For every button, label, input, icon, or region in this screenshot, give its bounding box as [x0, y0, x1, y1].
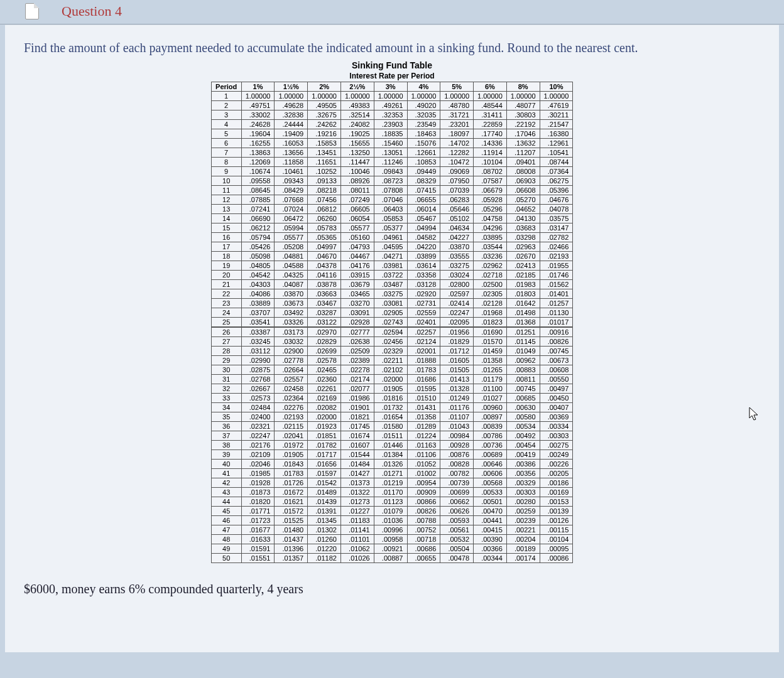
table-header-cell: 5% — [440, 82, 474, 92]
value-cell: 1.00000 — [340, 92, 374, 101]
value-cell: .01043 — [440, 422, 474, 431]
value-cell: .02414 — [440, 299, 474, 308]
value-cell: .01510 — [407, 394, 440, 403]
value-cell: .15460 — [374, 139, 407, 148]
value-cell: .15853 — [308, 139, 341, 148]
value-cell: .04116 — [308, 271, 341, 280]
value-cell: .04634 — [440, 223, 474, 233]
value-cell: .00169 — [540, 488, 573, 497]
value-cell: .04220 — [407, 242, 440, 252]
value-cell: .06275 — [540, 176, 573, 186]
value-cell: .06283 — [440, 195, 474, 205]
value-cell: .33002 — [241, 110, 275, 120]
value-cell: 1.00000 — [275, 92, 308, 101]
value-cell: .08429 — [275, 186, 308, 195]
value-cell: .12961 — [540, 139, 573, 148]
period-cell: 32 — [211, 384, 241, 394]
value-cell: .01257 — [540, 299, 573, 308]
value-cell: .03270 — [340, 299, 374, 308]
value-cell: .02077 — [340, 384, 374, 394]
value-cell: .03122 — [308, 318, 341, 328]
value-cell: .09843 — [374, 167, 407, 176]
table-header-cell: 8% — [506, 82, 540, 92]
value-cell: .05365 — [308, 233, 341, 242]
value-cell: .13632 — [506, 139, 540, 148]
value-cell: .05098 — [241, 252, 275, 261]
period-cell: 9 — [211, 167, 241, 176]
value-cell: .05296 — [474, 205, 507, 214]
value-cell: .01597 — [308, 469, 341, 478]
value-cell: .05928 — [474, 195, 507, 205]
value-cell: .08645 — [241, 186, 275, 195]
value-cell: .14336 — [474, 139, 507, 148]
value-cell: .04176 — [340, 261, 374, 271]
value-cell: .01570 — [474, 337, 507, 347]
value-cell: .03024 — [440, 271, 474, 280]
value-cell: .00275 — [540, 441, 573, 450]
value-cell: .03889 — [241, 299, 275, 308]
value-cell: .01002 — [407, 469, 440, 478]
value-cell: .01489 — [308, 488, 341, 497]
value-cell: .02509 — [340, 347, 374, 356]
value-cell: .01986 — [340, 394, 374, 403]
value-cell: .01036 — [374, 516, 407, 525]
value-cell: .00550 — [540, 375, 573, 384]
value-cell: .30211 — [540, 110, 573, 120]
period-cell: 28 — [211, 347, 241, 356]
value-cell: .01674 — [340, 431, 374, 441]
value-cell: .05646 — [440, 205, 474, 214]
problem-statement: $6000, money earns 6% compounded quarter… — [24, 582, 760, 596]
value-cell: .08702 — [474, 167, 507, 176]
table-row: 4.24628.24444.24262.24082.23903.23549.23… — [211, 120, 573, 129]
value-cell: .01511 — [374, 431, 407, 441]
period-cell: 29 — [211, 356, 241, 365]
value-cell: .04378 — [308, 261, 341, 271]
period-cell: 27 — [211, 337, 241, 347]
value-cell: .02321 — [241, 422, 275, 431]
value-cell: .04588 — [275, 261, 308, 271]
value-cell: .06812 — [308, 205, 341, 214]
value-cell: .05377 — [374, 223, 407, 233]
value-cell: 1.00000 — [407, 92, 440, 101]
period-cell: 40 — [211, 460, 241, 469]
value-cell: .02400 — [241, 412, 275, 422]
value-cell: .10541 — [540, 148, 573, 158]
table-row: 17.05426.05208.04997.04793.04595.04220.0… — [211, 242, 573, 252]
value-cell: .06403 — [374, 205, 407, 214]
table-row: 3.33002.32838.32675.32514.32353.32035.31… — [211, 110, 573, 120]
value-cell: .01265 — [474, 365, 507, 375]
value-cell: .03981 — [374, 261, 407, 271]
value-cell: .22859 — [474, 120, 507, 129]
value-cell: .04582 — [407, 233, 440, 242]
value-cell: .12282 — [440, 148, 474, 158]
value-cell: .49505 — [308, 101, 341, 110]
value-cell: .02082 — [308, 403, 341, 412]
value-cell: .01220 — [308, 544, 341, 554]
value-cell: .00958 — [374, 535, 407, 544]
value-cell: .49020 — [407, 101, 440, 110]
value-cell: .03467 — [308, 299, 341, 308]
value-cell: .01642 — [506, 299, 540, 308]
value-cell: .24082 — [340, 120, 374, 129]
value-cell: .03387 — [241, 327, 275, 337]
value-cell: 1.00000 — [506, 92, 540, 101]
value-cell: .01052 — [407, 460, 440, 469]
value-cell: .00921 — [374, 544, 407, 554]
value-cell: .19604 — [241, 129, 275, 139]
value-cell: .09558 — [241, 176, 275, 186]
period-cell: 5 — [211, 129, 241, 139]
value-cell: .02664 — [275, 365, 308, 375]
value-cell: .00960 — [474, 403, 507, 412]
value-cell: .02360 — [308, 375, 341, 384]
table-row: 20.04542.04325.04116.03915.03722.03358.0… — [211, 271, 573, 280]
value-cell: .01633 — [241, 535, 275, 544]
value-cell: .07587 — [474, 176, 507, 186]
value-cell: .01437 — [275, 535, 308, 544]
value-cell: .00390 — [474, 535, 507, 544]
value-cell: 1.00000 — [440, 92, 474, 101]
table-row: 49.01591.01396.01220.01062.00921.00686.0… — [211, 544, 573, 554]
value-cell: .11858 — [275, 158, 308, 167]
value-cell: .01273 — [340, 497, 374, 507]
value-cell: .01413 — [440, 375, 474, 384]
table-body: 11.000001.000001.000001.000001.000001.00… — [211, 92, 573, 563]
